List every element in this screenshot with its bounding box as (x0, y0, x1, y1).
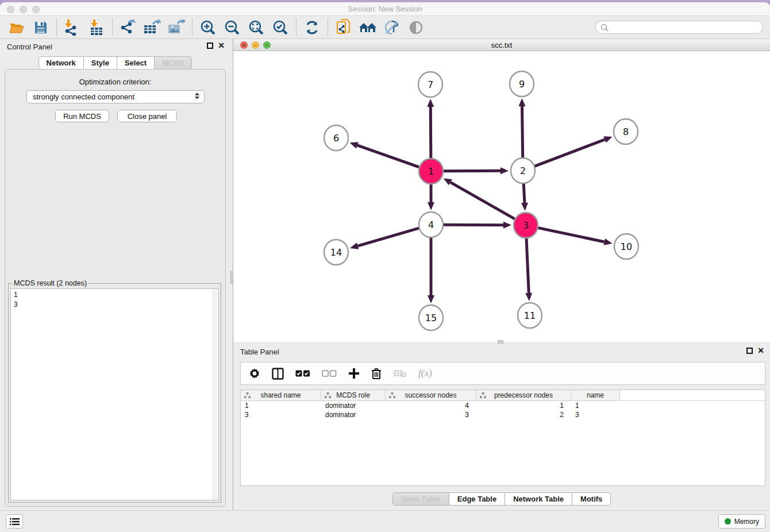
svg-text:1: 1 (428, 166, 434, 177)
node-table[interactable]: shared nameMCDS rolesuccessor nodesprede… (240, 390, 765, 486)
criterion-dropdown[interactable]: strongly connected component (26, 90, 205, 103)
export-table-icon[interactable] (143, 18, 162, 37)
graph-edge-1-6[interactable] (357, 145, 419, 167)
cell-name[interactable]: 1 (571, 401, 620, 410)
column-header-name[interactable]: name (571, 390, 620, 400)
export-image-icon[interactable] (167, 18, 186, 37)
cell-MCDS-role[interactable]: dominator (321, 401, 386, 410)
tab-mcds[interactable]: MCDS (155, 56, 192, 70)
birds-eye-view-icon[interactable] (406, 18, 426, 37)
cell-successor-nodes[interactable]: 3 (386, 410, 476, 419)
main-toolbar (0, 16, 770, 39)
add-column-icon[interactable] (348, 365, 360, 381)
tab-edge-table[interactable]: Edge Table (449, 492, 505, 506)
column-header-MCDS-role[interactable]: MCDS role (321, 390, 386, 400)
table-row[interactable]: 1dominator411 (241, 401, 765, 410)
graph-node-10[interactable]: 10 (614, 234, 638, 259)
app-window: Session: New Session (0, 2, 770, 532)
graph-node-8[interactable]: 8 (614, 119, 638, 144)
delete-column-icon[interactable] (371, 365, 382, 381)
table-row[interactable]: 3dominator323 (241, 410, 765, 419)
memory-button[interactable]: Memory (718, 514, 765, 529)
graph-edge-1-2[interactable] (443, 171, 500, 171)
search-field[interactable] (595, 21, 763, 34)
graph-edge-4-3[interactable] (443, 225, 503, 225)
graph-node-15[interactable]: 15 (419, 305, 443, 330)
graph-node-14[interactable]: 14 (324, 240, 348, 265)
title-bar: Session: New Session (0, 2, 770, 16)
column-header-shared-name[interactable]: shared name (241, 390, 321, 400)
graph-edge-2-3[interactable] (523, 183, 525, 203)
tab-style[interactable]: Style (84, 56, 117, 70)
tab-select[interactable]: Select (117, 56, 155, 70)
result-scrollbar[interactable] (213, 289, 218, 500)
close-panel-button[interactable]: Close panel (117, 110, 177, 122)
graph-node-9[interactable]: 9 (510, 71, 534, 97)
float-table-panel-icon[interactable] (746, 348, 753, 354)
graph-node-6[interactable]: 6 (324, 125, 348, 151)
network-canvas[interactable]: 7968124314101511 (233, 51, 770, 342)
save-session-icon[interactable] (31, 18, 51, 37)
tab-motifs[interactable]: Motifs (572, 492, 611, 506)
toolbar-separator (296, 19, 297, 36)
cell-predecessor-nodes[interactable]: 1 (476, 401, 571, 410)
mcds-result-text[interactable]: 1 3 (10, 288, 219, 500)
open-session-icon[interactable] (7, 18, 26, 37)
zoom-out-icon[interactable] (222, 18, 242, 37)
graph-edge-2-8[interactable] (534, 140, 605, 167)
graph-node-1[interactable]: 1 (419, 159, 443, 184)
close-panel-icon[interactable]: ✕ (218, 42, 225, 49)
graph-edge-4-14[interactable] (357, 228, 419, 246)
import-network-icon[interactable] (63, 18, 82, 37)
export-network-icon[interactable] (118, 18, 138, 37)
style-preview-off-icon[interactable] (382, 18, 402, 37)
svg-text:3: 3 (523, 220, 529, 231)
graph-node-3[interactable]: 3 (514, 213, 538, 238)
delete-table-icon (393, 365, 407, 381)
graph-edge-3-1[interactable] (451, 182, 515, 219)
tab-node-table[interactable]: Node Table (392, 492, 449, 506)
cell-name[interactable]: 3 (571, 410, 620, 419)
graph-edge-1-7[interactable] (430, 107, 431, 159)
search-input[interactable] (609, 21, 763, 33)
run-mcds-button[interactable]: Run MCDS (55, 110, 109, 122)
column-header-predecessor-nodes[interactable]: predecessor nodes (476, 390, 571, 400)
cell-MCDS-role[interactable]: dominator (321, 410, 386, 419)
control-panel: Control Panel ✕ NetworkStyleSelectMCDS O… (0, 39, 230, 510)
tab-network-table[interactable]: Network Table (505, 492, 572, 506)
cell-successor-nodes[interactable]: 4 (386, 401, 476, 410)
svg-text:7: 7 (428, 79, 433, 90)
select-all-columns-icon[interactable] (295, 365, 310, 381)
tab-network[interactable]: Network (38, 56, 84, 70)
import-table-icon[interactable] (87, 18, 106, 37)
cell-shared-name[interactable]: 1 (241, 401, 321, 410)
edge-arrowhead (428, 295, 434, 303)
graph-edge-3-11[interactable] (526, 237, 529, 293)
zoom-in-icon[interactable] (198, 18, 218, 37)
graph-node-4[interactable]: 4 (419, 212, 443, 237)
zoom-selected-icon[interactable] (271, 18, 290, 37)
column-header-successor-nodes[interactable]: successor nodes (386, 390, 476, 400)
network-window-titlebar[interactable]: ✕ − + scc.txt (233, 39, 770, 51)
memory-status-icon (725, 518, 731, 525)
table-panel-header: Table Panel ✕ (233, 344, 770, 359)
graph-node-2[interactable]: 2 (511, 158, 535, 183)
cell-predecessor-nodes[interactable]: 2 (476, 410, 571, 419)
task-history-button[interactable] (6, 514, 23, 529)
toolbar-separator (192, 19, 192, 36)
table-options-gear-icon[interactable] (249, 365, 260, 381)
deselect-all-columns-icon[interactable] (322, 365, 337, 381)
horizontal-splitter-grip[interactable] (498, 340, 503, 344)
float-panel-icon[interactable] (207, 43, 213, 49)
graph-node-11[interactable]: 11 (518, 303, 542, 328)
apply-layout-icon[interactable] (302, 18, 322, 37)
graph-node-7[interactable]: 7 (418, 72, 442, 97)
graph-edge-3-10[interactable] (538, 228, 605, 242)
graph-edge-2-9[interactable] (522, 106, 523, 159)
clone-network-icon[interactable] (334, 18, 353, 37)
show-columns-icon[interactable] (272, 365, 284, 381)
zoom-fit-icon[interactable] (247, 18, 266, 37)
cell-shared-name[interactable]: 3 (241, 410, 321, 419)
close-table-panel-icon[interactable]: ✕ (757, 347, 764, 354)
home-views-icon[interactable] (358, 18, 378, 37)
